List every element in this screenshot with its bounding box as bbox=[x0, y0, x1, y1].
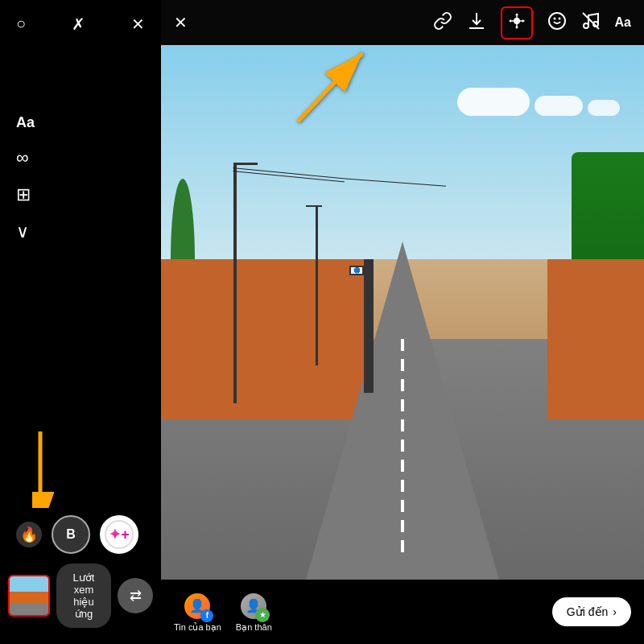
effect-thumbnail[interactable] bbox=[8, 575, 50, 617]
story-image: 🔵 bbox=[161, 45, 644, 580]
infinity-tool-icon[interactable]: ∞ bbox=[16, 147, 145, 168]
svg-point-3 bbox=[549, 13, 565, 29]
road-sign: 🔵 bbox=[349, 266, 364, 275]
dirt-right bbox=[547, 259, 644, 419]
facebook-badge: f bbox=[200, 609, 213, 622]
close-left-icon[interactable]: ✕ bbox=[131, 14, 145, 34]
text-aa-icon[interactable]: Aa bbox=[615, 15, 631, 30]
circle-tools: 🔥 B ✦+ bbox=[8, 515, 153, 554]
move-icon bbox=[507, 11, 526, 35]
right-panel: ✕ bbox=[161, 0, 644, 644]
star-icon: ★ bbox=[259, 610, 266, 619]
effect-label[interactable]: Lướt xem hiệu ứng bbox=[56, 564, 111, 628]
send-label: Gửi đến bbox=[567, 605, 608, 618]
cloud3 bbox=[588, 100, 620, 116]
layout-tool-icon[interactable]: ⊞ bbox=[16, 184, 145, 205]
avatar1-container: 👤 f bbox=[183, 592, 212, 621]
road-center-line bbox=[401, 339, 404, 553]
bold-btn[interactable]: B bbox=[52, 515, 90, 554]
clouds bbox=[457, 88, 620, 116]
avatar2-container: 👤 ★ bbox=[239, 592, 268, 621]
audience2-label: Bạn thân bbox=[236, 622, 272, 633]
send-button[interactable]: Gửi đến › bbox=[552, 597, 631, 626]
thumbnail-road-img bbox=[10, 576, 48, 615]
pole2 bbox=[316, 205, 318, 365]
flame-icon-btn[interactable]: 🔥 bbox=[16, 522, 42, 547]
download-icon[interactable] bbox=[467, 11, 486, 35]
top-icons: ○ ✗ ✕ bbox=[0, 0, 161, 42]
audience2[interactable]: 👤 ★ Bạn thân bbox=[236, 592, 272, 633]
green-star-badge: ★ bbox=[255, 608, 270, 622]
pole1 bbox=[233, 163, 237, 403]
audience1-label: Tin của bạn bbox=[174, 622, 221, 633]
effect-row: Lướt xem hiệu ứng ⇄ bbox=[8, 564, 153, 628]
story-toolbar: ✕ bbox=[161, 0, 644, 45]
sound-off-icon[interactable] bbox=[581, 11, 601, 35]
camera-swap-btn[interactable]: ⇄ bbox=[118, 578, 153, 613]
road-scene: 🔵 bbox=[161, 45, 644, 580]
circle-icon[interactable]: ○ bbox=[16, 14, 26, 34]
bottom-actions: 👤 f Tin của bạn 👤 ★ Bạn thân bbox=[161, 580, 644, 644]
close-story-icon[interactable]: ✕ bbox=[174, 13, 188, 32]
move-highlighted-btn[interactable] bbox=[501, 6, 533, 39]
yellow-arrow-bottom bbox=[32, 427, 89, 511]
sticker-icon[interactable] bbox=[547, 11, 567, 35]
camera-swap-icon: ⇄ bbox=[130, 587, 142, 605]
send-arrow-icon: › bbox=[613, 605, 617, 618]
magic-symbol: ✦+ bbox=[109, 526, 130, 543]
crossbar2 bbox=[306, 205, 322, 207]
toolbar-left: ✕ bbox=[174, 13, 188, 32]
toolbar-center: Aa bbox=[433, 6, 631, 39]
left-tools: Aa ∞ ⊞ ∨ bbox=[0, 90, 161, 266]
road-sign-pole bbox=[364, 259, 374, 393]
flash-off-icon[interactable]: ✗ bbox=[72, 14, 85, 34]
chevron-tool-icon[interactable]: ∨ bbox=[16, 221, 145, 242]
bottom-bar: 🔥 B ✦+ Lướt xem hiệu ứng ⇄ bbox=[0, 507, 161, 644]
audience1[interactable]: 👤 f Tin của bạn bbox=[174, 592, 221, 633]
link-icon[interactable] bbox=[433, 11, 452, 35]
cloud1 bbox=[457, 88, 530, 116]
left-panel: ○ ✗ ✕ Aa ∞ ⊞ ∨ 🔥 B bbox=[0, 0, 161, 644]
crossbar1 bbox=[233, 163, 258, 165]
svg-point-6 bbox=[584, 23, 588, 28]
cloud2 bbox=[535, 96, 583, 116]
magic-btn[interactable]: ✦+ bbox=[100, 515, 138, 554]
audience-row: 👤 f Tin của bạn 👤 ★ Bạn thân bbox=[174, 592, 272, 633]
text-tool-icon[interactable]: Aa bbox=[16, 114, 145, 131]
